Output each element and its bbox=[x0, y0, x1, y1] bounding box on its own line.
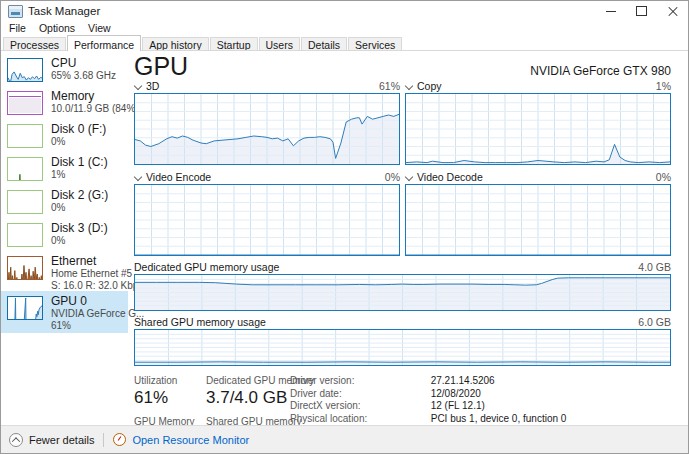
menu-bar: File Options View bbox=[1, 21, 688, 35]
sidebar-item-disk1[interactable]: Disk 1 (C:) 1% bbox=[1, 154, 128, 187]
tab-processes[interactable]: Processes bbox=[3, 37, 66, 51]
detail-label: Driver date: bbox=[290, 388, 417, 401]
detail-value-physical-location: PCI bus 1, device 0, function 0 bbox=[431, 413, 671, 426]
sidebar-item-label: Memory bbox=[51, 90, 128, 103]
sidebar-item-detail: 10.0/11.9 GB (84%) bbox=[51, 103, 128, 115]
tab-performance[interactable]: Performance bbox=[67, 35, 141, 51]
detail-value-directx-version: 12 (FL 12.1) bbox=[431, 400, 671, 413]
detail-value-driver-version: 27.21.14.5206 bbox=[431, 375, 671, 388]
disk-mini-chart-icon bbox=[7, 190, 43, 214]
tab-bar: Processes Performance App history Startu… bbox=[1, 35, 688, 51]
sidebar-item-label: Ethernet bbox=[51, 255, 128, 268]
chart-shared-memory bbox=[134, 329, 671, 366]
sidebar-item-detail: 0% bbox=[51, 202, 108, 214]
sidebar-item-label: Disk 1 (C:) bbox=[51, 156, 108, 169]
performance-sidebar: CPU 65% 3.68 GHz Memory 10.0/11.9 GB (84… bbox=[1, 51, 128, 425]
detail-value-driver-date: 12/08/2020 bbox=[431, 388, 671, 401]
chart-value-video-encode: 0% bbox=[385, 171, 400, 183]
stat-label: Dedicated GPU memory bbox=[206, 375, 290, 387]
chart-max-dedicated-memory: 4.0 GB bbox=[638, 261, 671, 273]
maximize-icon bbox=[636, 6, 647, 16]
sidebar-item-detail: Home Ethernet #5 bbox=[51, 268, 128, 280]
tab-services[interactable]: Services bbox=[348, 37, 402, 51]
chevron-down-icon[interactable] bbox=[405, 82, 413, 90]
menu-options[interactable]: Options bbox=[39, 22, 75, 34]
detail-label: Physical location: bbox=[290, 413, 417, 426]
tab-users[interactable]: Users bbox=[259, 37, 300, 51]
sidebar-item-ethernet[interactable]: Ethernet Home Ethernet #5 S: 16.0 R: 32.… bbox=[1, 253, 128, 291]
chevron-up-icon bbox=[9, 433, 23, 447]
sidebar-item-detail: 0% bbox=[51, 136, 106, 148]
sidebar-item-gpu0[interactable]: GPU 0 NVIDIA GeForce G... 61% bbox=[1, 291, 128, 333]
sidebar-item-memory[interactable]: Memory 10.0/11.9 GB (84%) bbox=[1, 88, 128, 121]
disk-mini-chart-icon bbox=[7, 124, 43, 148]
chart-max-shared-memory: 6.0 GB bbox=[638, 316, 671, 328]
resource-monitor-icon bbox=[113, 433, 126, 446]
chart-dedicated-memory bbox=[134, 274, 671, 311]
sidebar-item-detail: NVIDIA GeForce G... bbox=[51, 308, 128, 320]
sidebar-item-label: GPU 0 bbox=[51, 295, 128, 308]
sidebar-item-label: CPU bbox=[51, 57, 116, 70]
chevron-down-icon[interactable] bbox=[405, 173, 413, 181]
chart-copy bbox=[405, 93, 671, 165]
tab-app-history[interactable]: App history bbox=[142, 37, 209, 51]
chart-video-decode bbox=[405, 184, 671, 256]
close-icon bbox=[668, 6, 678, 16]
sidebar-item-disk2[interactable]: Disk 2 (G:) 0% bbox=[1, 187, 128, 220]
menu-view[interactable]: View bbox=[88, 22, 111, 34]
chart-video-encode bbox=[134, 184, 400, 256]
chevron-down-icon[interactable] bbox=[134, 82, 142, 90]
sidebar-item-detail: 1% bbox=[51, 169, 108, 181]
chart-value-video-decode: 0% bbox=[656, 171, 671, 183]
task-manager-window: Task Manager File Options View Processes… bbox=[0, 0, 689, 454]
sidebar-item-cpu[interactable]: CPU 65% 3.68 GHz bbox=[1, 55, 128, 88]
sidebar-item-detail: 65% 3.68 GHz bbox=[51, 70, 116, 82]
sidebar-item-detail: S: 16.0 R: 32.0 Kbps bbox=[51, 280, 128, 292]
chevron-down-icon[interactable] bbox=[134, 173, 142, 181]
minimize-button[interactable] bbox=[595, 1, 626, 21]
window-title: Task Manager bbox=[28, 5, 100, 17]
content-area: CPU 65% 3.68 GHz Memory 10.0/11.9 GB (84… bbox=[1, 51, 688, 425]
detail-label: DirectX version: bbox=[290, 400, 417, 413]
stat-value-dedicated-memory: 3.7/4.0 GB bbox=[206, 388, 290, 408]
detail-label: Driver version: bbox=[290, 375, 417, 388]
sidebar-item-label: Disk 3 (D:) bbox=[51, 222, 108, 235]
sidebar-item-disk3[interactable]: Disk 3 (D:) 0% bbox=[1, 220, 128, 253]
sidebar-item-detail: 61% bbox=[51, 320, 128, 332]
tab-startup[interactable]: Startup bbox=[210, 37, 258, 51]
page-title: GPU bbox=[134, 53, 188, 79]
title-bar: Task Manager bbox=[1, 1, 688, 21]
chart-title-3d[interactable]: 3D bbox=[146, 80, 159, 92]
stat-value-utilization: 61% bbox=[134, 388, 206, 408]
memory-mini-chart-icon bbox=[7, 91, 43, 115]
open-resource-monitor-link[interactable]: Open Resource Monitor bbox=[132, 434, 249, 446]
ethernet-mini-chart-icon bbox=[7, 256, 43, 280]
gpu-mini-chart-icon bbox=[7, 296, 43, 320]
sidebar-item-disk0[interactable]: Disk 0 (F:) 0% bbox=[1, 121, 128, 154]
disk-mini-chart-icon bbox=[7, 223, 43, 247]
maximize-button[interactable] bbox=[626, 1, 657, 21]
tab-details[interactable]: Details bbox=[301, 37, 347, 51]
menu-file[interactable]: File bbox=[9, 22, 26, 34]
chart-value-copy: 1% bbox=[656, 80, 671, 92]
chart-title-dedicated-memory: Dedicated GPU memory usage bbox=[134, 261, 279, 273]
chart-value-3d: 61% bbox=[379, 80, 400, 92]
chart-title-shared-memory: Shared GPU memory usage bbox=[134, 316, 266, 328]
window-controls bbox=[595, 1, 688, 21]
cpu-mini-chart-icon bbox=[7, 58, 43, 82]
stat-label: Utilization bbox=[134, 375, 206, 387]
divider bbox=[103, 433, 104, 447]
chart-title-copy[interactable]: Copy bbox=[417, 80, 442, 92]
footer-bar: Fewer details Open Resource Monitor bbox=[1, 425, 688, 453]
close-button[interactable] bbox=[657, 1, 688, 21]
chart-title-video-encode[interactable]: Video Encode bbox=[146, 171, 211, 183]
minimize-icon bbox=[606, 11, 616, 12]
sidebar-item-label: Disk 2 (G:) bbox=[51, 189, 108, 202]
fewer-details-button[interactable]: Fewer details bbox=[29, 434, 94, 446]
chart-3d bbox=[134, 93, 400, 165]
sidebar-item-label: Disk 0 (F:) bbox=[51, 123, 106, 136]
gpu-panel: GPU NVIDIA GeForce GTX 980 3D 61% Copy 1… bbox=[128, 51, 688, 425]
chart-title-video-decode[interactable]: Video Decode bbox=[417, 171, 483, 183]
disk-mini-chart-icon bbox=[7, 157, 43, 181]
sidebar-item-detail: 0% bbox=[51, 235, 108, 247]
